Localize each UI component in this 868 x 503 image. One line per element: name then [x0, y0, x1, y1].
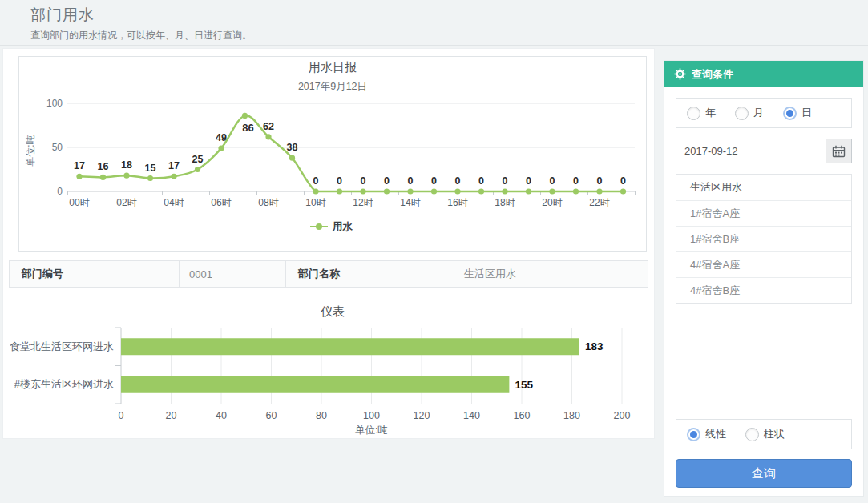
svg-text:用水日报: 用水日报 — [309, 60, 357, 74]
content-card: 用水日报2017年9月12日05010000时02时04时06时08时10时12… — [2, 48, 655, 439]
page-header: 部门用水 查询部门的用水情况，可以按年、月、日进行查询。 — [0, 0, 868, 46]
svg-text:00时: 00时 — [69, 197, 89, 208]
tree-item[interactable]: 4#宿舍A座 — [676, 252, 851, 277]
dept-id-value: 0001 — [180, 261, 286, 287]
svg-text:120: 120 — [414, 410, 430, 421]
svg-text:0: 0 — [431, 175, 437, 187]
svg-text:0: 0 — [119, 410, 124, 421]
radio-bar-style[interactable]: 柱状 — [745, 427, 785, 441]
svg-text:25: 25 — [192, 154, 204, 165]
svg-text:18时: 18时 — [495, 197, 515, 208]
date-input[interactable] — [676, 139, 826, 163]
svg-text:0: 0 — [455, 175, 461, 187]
svg-text:17: 17 — [168, 160, 180, 171]
page-title: 部门用水 — [30, 5, 868, 26]
svg-text:0: 0 — [57, 186, 63, 197]
page-subtitle: 查询部门的用水情况，可以按年、月、日进行查询。 — [30, 29, 868, 42]
dept-id-label: 部门编号 — [10, 261, 180, 287]
svg-text:50: 50 — [52, 142, 63, 153]
radio-month-circle[interactable] — [735, 107, 749, 120]
svg-text:200: 200 — [614, 410, 631, 421]
radio-bar-style-circle[interactable] — [745, 428, 759, 441]
svg-text:2017年9月12日: 2017年9月12日 — [298, 81, 367, 92]
svg-text:60: 60 — [266, 410, 277, 421]
svg-text:16时: 16时 — [447, 197, 467, 208]
dept-name-value: 生活区用水 — [454, 261, 648, 287]
gear-icon — [674, 68, 686, 80]
query-panel-title: 查询条件 — [692, 67, 733, 82]
meter-bar-chart: 仪表020406080100120140160180200食堂北生活区环网进水1… — [3, 293, 649, 437]
svg-text:86: 86 — [242, 122, 253, 134]
radio-day-circle[interactable] — [783, 107, 797, 120]
svg-text:06时: 06时 — [211, 197, 231, 208]
svg-text:0: 0 — [337, 175, 342, 187]
department-tree: 生活区用水 1#宿舍A座 1#宿舍B座 4#宿舍A座 4#宿舍B座 — [676, 174, 852, 304]
svg-text:80: 80 — [316, 410, 327, 421]
radio-year-circle[interactable] — [687, 107, 700, 120]
radio-month[interactable]: 月 — [735, 106, 764, 120]
date-picker-group — [676, 139, 852, 163]
svg-text:16: 16 — [98, 161, 109, 172]
svg-text:#楼东生活区环网进水: #楼东生活区环网进水 — [14, 378, 114, 390]
svg-text:0: 0 — [408, 175, 414, 187]
department-info-table: 部门编号 0001 部门名称 生活区用水 — [9, 260, 648, 288]
svg-text:单位:吨: 单位:吨 — [355, 425, 388, 436]
svg-text:0: 0 — [597, 175, 603, 187]
svg-text:0: 0 — [313, 175, 319, 187]
svg-text:38: 38 — [287, 142, 298, 153]
daily-line-chart: 用水日报2017年9月12日05010000时02时04时06时08时10时12… — [19, 57, 646, 252]
svg-text:0: 0 — [478, 175, 484, 187]
svg-text:0: 0 — [384, 175, 390, 187]
svg-text:183: 183 — [585, 340, 604, 352]
dept-name-label: 部门名称 — [286, 261, 454, 287]
svg-text:0: 0 — [526, 175, 531, 187]
chart-style-radio-group: 线性 柱状 — [676, 419, 852, 449]
svg-text:0: 0 — [620, 175, 626, 187]
svg-text:160: 160 — [514, 410, 531, 421]
svg-text:0: 0 — [573, 175, 579, 187]
radio-year[interactable]: 年 — [687, 106, 716, 120]
calendar-icon — [832, 145, 846, 158]
svg-text:18: 18 — [121, 159, 132, 171]
radio-linear[interactable]: 线性 — [687, 427, 726, 441]
tree-item[interactable]: 4#宿舍B座 — [676, 277, 851, 303]
query-panel: 查询条件 年 月 日 — [664, 60, 864, 497]
svg-text:0: 0 — [550, 175, 555, 187]
svg-text:10时: 10时 — [305, 197, 325, 208]
radio-linear-circle[interactable] — [687, 428, 700, 441]
tree-item[interactable]: 1#宿舍A座 — [676, 200, 851, 226]
svg-text:22时: 22时 — [589, 197, 609, 208]
meter-bar-chart-panel: 仪表020406080100120140160180200食堂北生活区环网进水1… — [3, 293, 649, 437]
svg-text:40: 40 — [216, 410, 227, 421]
query-button[interactable]: 查询 — [676, 459, 852, 488]
svg-text:04时: 04时 — [164, 197, 184, 208]
svg-text:0: 0 — [503, 175, 508, 187]
svg-text:15: 15 — [145, 163, 156, 174]
svg-text:用水: 用水 — [332, 221, 353, 232]
tree-item-root[interactable]: 生活区用水 — [676, 175, 851, 200]
svg-text:12时: 12时 — [353, 197, 373, 208]
svg-text:140: 140 — [463, 410, 480, 421]
radio-day[interactable]: 日 — [783, 106, 812, 120]
period-radio-group: 年 月 日 — [676, 98, 852, 128]
svg-text:0: 0 — [361, 175, 366, 187]
svg-text:17: 17 — [74, 160, 85, 171]
svg-text:20时: 20时 — [542, 197, 562, 208]
daily-line-chart-panel: 用水日报2017年9月12日05010000时02时04时06时08时10时12… — [18, 56, 647, 252]
svg-text:100: 100 — [46, 98, 63, 109]
svg-text:食堂北生活区环网进水: 食堂北生活区环网进水 — [10, 340, 114, 352]
svg-text:仪表: 仪表 — [321, 304, 345, 318]
svg-text:62: 62 — [263, 121, 274, 132]
svg-text:单位:吨: 单位:吨 — [25, 135, 36, 166]
svg-text:08时: 08时 — [258, 197, 278, 208]
calendar-button[interactable] — [826, 139, 852, 163]
tree-item[interactable]: 1#宿舍B座 — [676, 226, 851, 252]
query-panel-body: 年 月 日 — [664, 87, 863, 304]
query-panel-header: 查询条件 — [664, 61, 863, 87]
svg-text:180: 180 — [563, 410, 580, 421]
svg-text:02时: 02时 — [116, 197, 136, 208]
svg-text:49: 49 — [216, 132, 227, 143]
svg-text:155: 155 — [515, 379, 533, 391]
svg-text:20: 20 — [166, 410, 177, 421]
svg-text:100: 100 — [363, 410, 380, 421]
